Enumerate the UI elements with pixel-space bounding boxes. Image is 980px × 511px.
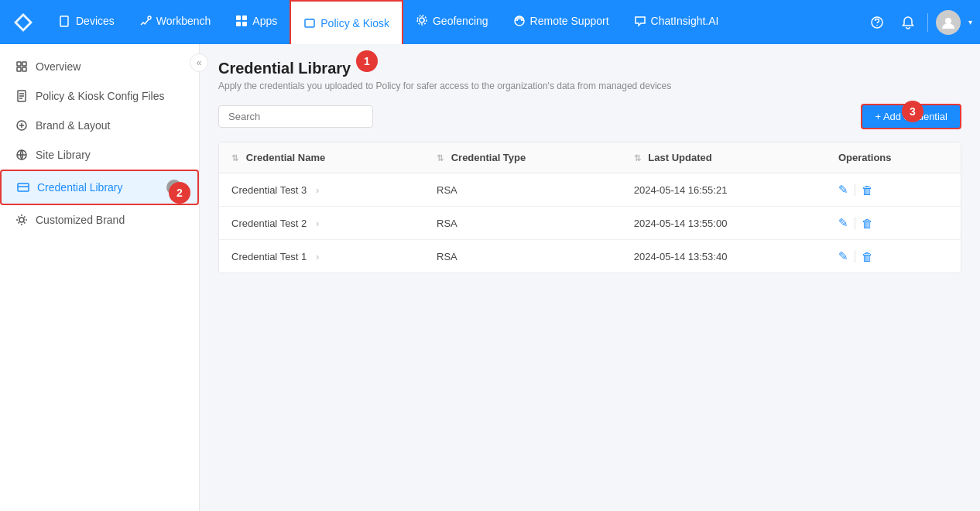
nav-item-workbench[interactable]: Workbench xyxy=(127,0,224,44)
nav-divider xyxy=(927,13,928,32)
cell-name-1: Credential Test 2 › xyxy=(219,207,424,240)
cell-name-0: Credential Test 3 › xyxy=(219,173,424,207)
table-row: Credential Test 2 › RSA 2024-05-14 13:55… xyxy=(219,207,961,240)
page-subtitle: Apply the credentials you uploaded to Po… xyxy=(218,81,961,91)
edit-icon-0[interactable]: ✎ xyxy=(838,183,848,197)
svg-rect-8 xyxy=(242,22,247,26)
ops-divider-2 xyxy=(855,250,855,262)
annotation-badge-1: 1 xyxy=(356,50,378,72)
sort-updated-icon[interactable]: ⇅ xyxy=(634,153,641,163)
annotation-badge-3: 3 xyxy=(902,101,923,122)
avatar[interactable] xyxy=(936,10,961,35)
cell-type-2: RSA xyxy=(424,240,622,273)
avatar-caret-icon[interactable]: ▾ xyxy=(968,18,972,26)
sidebar-item-brand-layout[interactable]: Brand & Layout xyxy=(0,111,199,140)
row-expand-icon-1[interactable]: › xyxy=(316,218,319,229)
topnav-items: Devices Workbench Apps Policy & Kiosk Ge… xyxy=(46,0,865,44)
svg-rect-17 xyxy=(17,67,21,71)
sidebar-item-overview[interactable]: Overview xyxy=(0,52,199,81)
svg-rect-6 xyxy=(242,15,247,20)
cell-ops-1: ✎ 🗑 xyxy=(826,207,961,240)
svg-rect-25 xyxy=(18,183,29,191)
cell-updated-2: 2024-05-14 13:53:40 xyxy=(622,240,826,273)
logo[interactable] xyxy=(8,7,39,38)
sidebar-item-policy-kiosk-config[interactable]: Policy & Kiosk Config Files xyxy=(0,81,199,111)
svg-point-27 xyxy=(19,218,24,222)
nav-geofencing-label: Geofencing xyxy=(433,15,488,27)
help-icon[interactable] xyxy=(865,11,889,34)
nav-item-remote-support[interactable]: Remote Support xyxy=(501,0,622,44)
nav-item-chatinsight[interactable]: ChatInsight.AI xyxy=(622,0,732,44)
nav-item-devices[interactable]: Devices xyxy=(46,0,127,44)
cell-ops-2: ✎ 🗑 xyxy=(826,240,961,273)
col-header-ops: Operations xyxy=(826,142,961,173)
search-input[interactable] xyxy=(218,105,373,128)
svg-point-12 xyxy=(515,16,524,26)
sidebar-collapse-button[interactable]: « xyxy=(190,53,208,72)
nav-remote-label: Remote Support xyxy=(530,15,609,27)
nav-apps-label: Apps xyxy=(252,15,277,27)
svg-point-14 xyxy=(945,18,951,24)
svg-point-4 xyxy=(148,16,151,19)
svg-rect-5 xyxy=(236,15,241,20)
sidebar-customized-brand-label: Customized Brand xyxy=(36,214,125,226)
svg-rect-2 xyxy=(60,16,68,26)
nav-devices-label: Devices xyxy=(76,15,115,27)
svg-point-10 xyxy=(420,18,424,22)
ops-divider-0 xyxy=(855,183,855,196)
nav-chatinsight-label: ChatInsight.AI xyxy=(651,15,719,27)
delete-icon-2[interactable]: 🗑 xyxy=(862,250,873,263)
table-row: Credential Test 3 › RSA 2024-05-14 16:55… xyxy=(219,173,961,207)
layout: « Overview Policy & Kiosk Config Files B… xyxy=(0,44,980,511)
edit-icon-2[interactable]: ✎ xyxy=(838,249,848,263)
page-header: Credential Library Apply the credentials… xyxy=(218,60,961,91)
bell-icon[interactable] xyxy=(896,11,920,34)
svg-rect-9 xyxy=(305,19,314,27)
sidebar: « Overview Policy & Kiosk Config Files B… xyxy=(0,44,200,511)
sort-type-icon[interactable]: ⇅ xyxy=(437,153,444,163)
credentials-table: ⇅ Credential Name ⇅ Credential Type ⇅ La… xyxy=(218,142,961,273)
cell-updated-1: 2024-05-14 13:55:00 xyxy=(622,207,826,240)
nav-policy-label: Policy & Kiosk xyxy=(320,17,389,29)
nav-item-policy-kiosk[interactable]: Policy & Kiosk xyxy=(290,0,403,44)
row-expand-icon-0[interactable]: › xyxy=(316,184,319,196)
topnav: Devices Workbench Apps Policy & Kiosk Ge… xyxy=(0,0,980,44)
cell-updated-0: 2024-05-14 16:55:21 xyxy=(622,173,826,207)
col-header-updated: ⇅ Last Updated xyxy=(622,142,826,173)
nav-item-apps[interactable]: Apps xyxy=(223,0,290,44)
topnav-right: ▾ xyxy=(865,10,972,35)
edit-icon-1[interactable]: ✎ xyxy=(838,216,848,230)
nav-workbench-label: Workbench xyxy=(156,15,211,27)
sidebar-overview-label: Overview xyxy=(36,60,81,73)
delete-icon-0[interactable]: 🗑 xyxy=(862,183,873,197)
cell-ops-0: ✎ 🗑 xyxy=(826,173,961,207)
sidebar-policy-label: Policy & Kiosk Config Files xyxy=(36,90,165,102)
content-toolbar: + Add credential xyxy=(218,104,961,129)
sidebar-item-site-library[interactable]: Site Library xyxy=(0,140,199,170)
cell-name-2: Credential Test 1 › xyxy=(219,240,424,273)
sidebar-item-customized-brand[interactable]: Customized Brand xyxy=(0,205,199,235)
sidebar-brand-label: Brand & Layout xyxy=(36,119,111,132)
sort-name-icon[interactable]: ⇅ xyxy=(231,153,238,163)
row-expand-icon-2[interactable]: › xyxy=(316,251,319,262)
svg-rect-18 xyxy=(22,67,26,71)
table-header-row: ⇅ Credential Name ⇅ Credential Type ⇅ La… xyxy=(219,142,961,173)
svg-rect-7 xyxy=(236,22,241,26)
ops-divider-1 xyxy=(855,217,855,229)
sidebar-credential-label: Credential Library xyxy=(37,181,123,194)
page-title: Credential Library xyxy=(218,60,961,77)
svg-rect-15 xyxy=(17,62,21,66)
table-row: Credential Test 1 › RSA 2024-05-14 13:53… xyxy=(219,240,961,273)
svg-rect-16 xyxy=(22,62,26,66)
nav-item-geofencing[interactable]: Geofencing xyxy=(403,0,501,44)
delete-icon-1[interactable]: 🗑 xyxy=(862,217,873,230)
sidebar-site-label: Site Library xyxy=(36,149,91,161)
cell-type-0: RSA xyxy=(424,173,622,207)
col-header-name: ⇅ Credential Name xyxy=(219,142,424,173)
main-content: Credential Library Apply the credentials… xyxy=(200,44,980,511)
col-header-type: ⇅ Credential Type xyxy=(424,142,622,173)
cell-type-1: RSA xyxy=(424,207,622,240)
